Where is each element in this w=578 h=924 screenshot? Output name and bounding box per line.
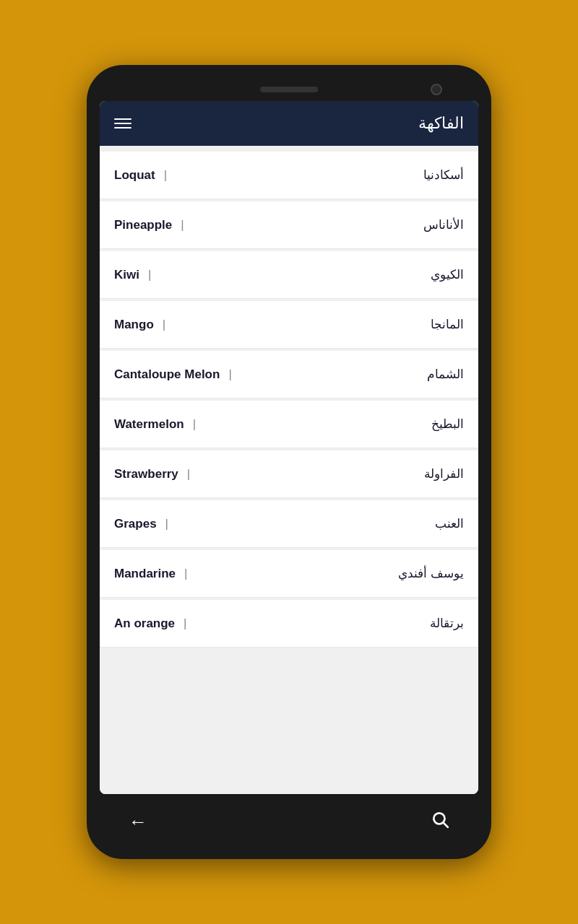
item-english-label: Grapes	[114, 517, 157, 531]
phone-speaker	[260, 87, 318, 92]
item-separator: |	[164, 168, 167, 183]
item-separator: |	[181, 218, 184, 232]
phone-camera	[431, 84, 442, 95]
item-english-label: Watermelon	[114, 417, 184, 432]
item-english-label: Mango	[114, 318, 154, 332]
item-english-label: Mandarine	[114, 567, 176, 581]
item-separator: |	[148, 268, 151, 282]
item-arabic-label: برتقالة	[195, 616, 464, 631]
item-separator: |	[184, 616, 186, 631]
list-item[interactable]: Mango|المانجا	[100, 301, 478, 349]
item-separator: |	[165, 517, 168, 531]
item-english-label: Loquat	[114, 168, 155, 183]
header-title: الفاكهة	[418, 114, 464, 133]
phone-top-bar	[100, 87, 478, 92]
list-item[interactable]: Loquat|أسكادنيا	[100, 152, 478, 199]
item-separator: |	[193, 417, 196, 432]
item-separator: |	[228, 367, 231, 382]
item-arabic-label: الكيوي	[160, 267, 464, 282]
item-arabic-label: يوسف أفندي	[196, 566, 464, 581]
menu-line-2	[114, 123, 131, 124]
item-english-label: Cantaloupe Melon	[114, 367, 220, 382]
item-english-label: Kiwi	[114, 268, 139, 282]
menu-line-3	[114, 127, 131, 128]
list-item[interactable]: Pineapple|الأناناس	[100, 201, 478, 249]
phone-screen: الفاكهة Loquat|أسكادنياPineapple|الأنانا…	[100, 101, 478, 794]
item-english-label: Pineapple	[114, 218, 172, 232]
menu-line-1	[114, 118, 131, 120]
item-english-label: Strawberry	[114, 467, 178, 481]
fruit-list: Loquat|أسكادنياPineapple|الأناناسKiwi|ال…	[100, 146, 478, 794]
item-arabic-label: العنب	[177, 516, 464, 531]
item-arabic-label: المانجا	[174, 317, 464, 332]
list-item[interactable]: Watermelon|البطيخ	[100, 401, 478, 448]
menu-icon[interactable]	[114, 118, 131, 128]
app-header: الفاكهة	[100, 101, 478, 146]
item-arabic-label: البطيخ	[204, 417, 464, 432]
item-separator: |	[184, 567, 187, 581]
item-separator: |	[163, 318, 165, 332]
back-button[interactable]: ←	[129, 811, 147, 833]
list-item[interactable]: Cantaloupe Melon|الشمام	[100, 351, 478, 398]
item-arabic-label: أسكادنيا	[176, 167, 464, 183]
list-item[interactable]: An orange|برتقالة	[100, 600, 478, 648]
phone-frame: الفاكهة Loquat|أسكادنياPineapple|الأنانا…	[87, 65, 491, 859]
item-arabic-label: الشمام	[241, 367, 464, 382]
item-arabic-label: الأناناس	[193, 217, 464, 232]
item-arabic-label: الفراولة	[199, 466, 464, 481]
search-button[interactable]	[431, 810, 449, 833]
item-separator: |	[187, 467, 190, 481]
list-item[interactable]: Strawberry|الفراولة	[100, 450, 478, 498]
list-item[interactable]: Mandarine|يوسف أفندي	[100, 550, 478, 598]
item-english-label: An orange	[114, 616, 175, 631]
list-item[interactable]: Grapes|العنب	[100, 500, 478, 548]
bottom-nav-bar: ←	[100, 798, 478, 845]
svg-line-1	[444, 823, 448, 827]
list-item[interactable]: Kiwi|الكيوي	[100, 251, 478, 299]
